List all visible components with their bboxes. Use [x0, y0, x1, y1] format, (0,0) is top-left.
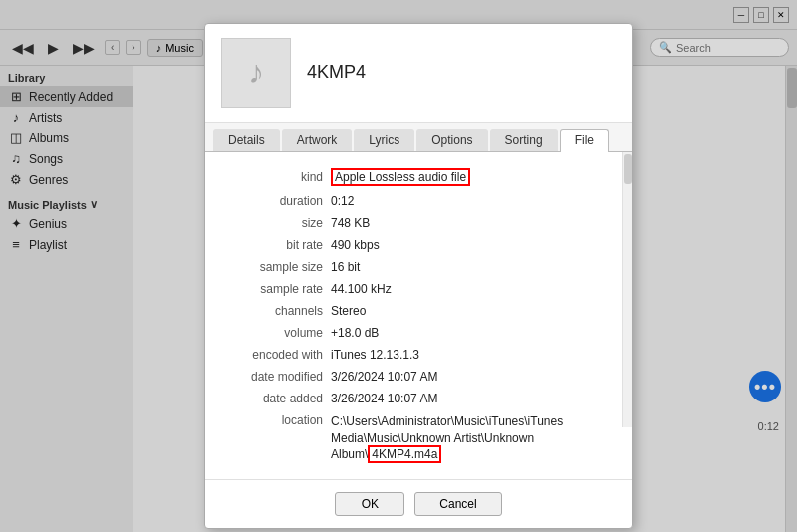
label-sample-rate: sample rate: [221, 282, 331, 296]
value-encoded: iTunes 12.13.1.3: [331, 348, 419, 362]
music-note-icon: ♪: [248, 54, 264, 91]
label-date-added: date added: [221, 392, 331, 405]
info-row-sample-size: sample size 16 bit: [221, 256, 616, 278]
label-bitrate: bit rate: [221, 238, 331, 252]
app-window: ─ □ ✕ ◀◀ ▶ ▶▶ ‹ › ♪ Music 🔍 Library ⊞ Re…: [0, 0, 797, 532]
info-row-date-added: date added 3/26/2024 10:07 AM: [221, 388, 616, 409]
location-filename: 4KMP4.m4a: [368, 445, 441, 463]
info-row-sample-rate: sample rate 44.100 kHz: [221, 278, 616, 300]
label-duration: duration: [221, 194, 331, 208]
value-size: 748 KB: [331, 216, 370, 230]
dialog-header: ♪ 4KMP4: [205, 24, 632, 123]
info-row-location: location C:\Users\Administrator\Music\iT…: [221, 409, 616, 467]
label-encoded: encoded with: [221, 348, 331, 362]
label-channels: channels: [221, 304, 331, 318]
value-sample-rate: 44.100 kHz: [331, 282, 392, 296]
value-volume: +18.0 dB: [331, 326, 379, 340]
value-date-modified: 3/26/2024 10:07 AM: [331, 370, 437, 384]
tab-details[interactable]: Details: [213, 129, 280, 151]
value-location: C:\Users\Administrator\Music\iTunes\iTun…: [331, 413, 602, 463]
label-size: size: [221, 216, 331, 230]
tab-file[interactable]: File: [560, 129, 609, 152]
cancel-button[interactable]: Cancel: [414, 492, 501, 516]
info-row-size: size 748 KB: [221, 212, 616, 234]
label-sample-size: sample size: [221, 260, 331, 274]
value-channels: Stereo: [331, 304, 366, 318]
label-volume: volume: [221, 326, 331, 340]
label-kind: kind: [221, 170, 331, 184]
value-sample-size: 16 bit: [331, 260, 360, 274]
tab-lyrics[interactable]: Lyrics: [354, 129, 414, 151]
dialog-content: kind Apple Lossless audio file duration …: [205, 152, 632, 479]
info-row-bitrate: bit rate 490 kbps: [221, 234, 616, 256]
value-bitrate: 490 kbps: [331, 238, 380, 252]
dialog-tabs: Details Artwork Lyrics Options Sorting F…: [205, 123, 632, 152]
tab-options[interactable]: Options: [416, 129, 487, 151]
tab-sorting[interactable]: Sorting: [490, 129, 558, 151]
tab-artwork[interactable]: Artwork: [282, 129, 353, 151]
info-row-encoded: encoded with iTunes 12.13.1.3: [221, 344, 616, 366]
album-art: ♪: [221, 38, 291, 108]
modal-overlay: ♪ 4KMP4 Details Artwork Lyrics Options S…: [0, 0, 797, 532]
dialog-footer: OK Cancel: [205, 479, 632, 528]
label-date-modified: date modified: [221, 370, 331, 384]
info-row-date-modified: date modified 3/26/2024 10:07 AM: [221, 366, 616, 388]
info-row-channels: channels Stereo: [221, 300, 616, 322]
value-date-added: 3/26/2024 10:07 AM: [331, 392, 437, 405]
location-path-prefix: C:\Users\Administrator\Music\iTunes\iTun…: [331, 414, 563, 462]
label-location: location: [221, 413, 331, 427]
dialog-scrollbar-thumb: [624, 154, 632, 184]
ok-button[interactable]: OK: [335, 492, 404, 516]
value-kind: Apple Lossless audio file: [331, 168, 470, 186]
info-row-volume: volume +18.0 dB: [221, 322, 616, 344]
dialog-title: 4KMP4: [307, 62, 366, 83]
info-row-kind: kind Apple Lossless audio file: [221, 164, 616, 190]
value-duration: 0:12: [331, 194, 354, 208]
dialog: ♪ 4KMP4 Details Artwork Lyrics Options S…: [204, 23, 633, 529]
dialog-scrollbar[interactable]: [622, 152, 632, 427]
info-row-duration: duration 0:12: [221, 190, 616, 212]
